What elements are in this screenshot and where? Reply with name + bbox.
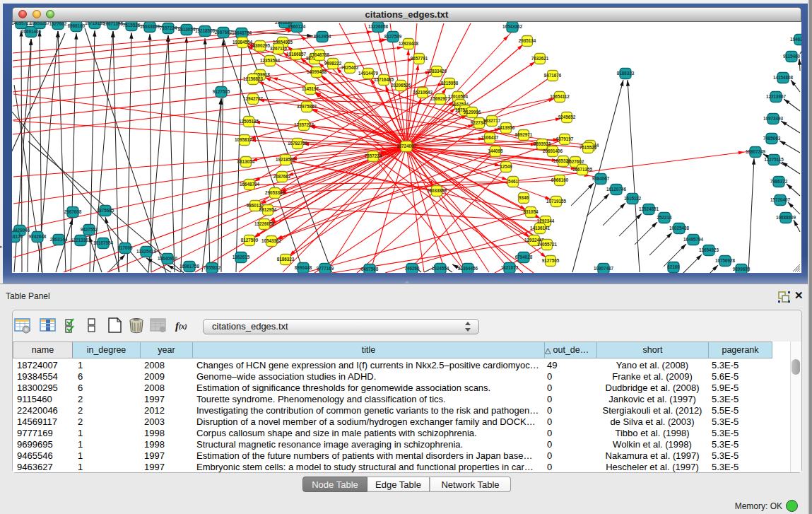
svg-text:20691406: 20691406: [543, 148, 563, 153]
svg-text:17833426: 17833426: [427, 69, 447, 74]
svg-text:1527602: 1527602: [49, 22, 67, 26]
svg-text:6379197: 6379197: [556, 136, 574, 141]
svg-text:817006: 817006: [117, 245, 133, 250]
svg-text:9332717: 9332717: [483, 118, 501, 123]
svg-text:6794028: 6794028: [515, 255, 533, 259]
svg-text:252214: 252214: [657, 215, 672, 220]
svg-text:13226058: 13226058: [368, 24, 389, 29]
svg-text:9384067: 9384067: [592, 176, 610, 181]
svg-text:8813054: 8813054: [237, 159, 255, 164]
svg-text:3875685: 3875685: [97, 208, 114, 213]
svg-text:5461: 5461: [508, 179, 519, 184]
svg-text:10756928: 10756928: [715, 258, 736, 263]
svg-text:16782759: 16782759: [288, 141, 308, 146]
svg-text:12156823: 12156823: [243, 76, 264, 81]
svg-text:21364456: 21364456: [458, 266, 478, 271]
svg-text:9127505: 9127505: [542, 258, 560, 263]
svg-text:2087662: 2087662: [273, 174, 291, 179]
svg-text:14055721: 14055721: [12, 22, 31, 25]
svg-text:12923448: 12923448: [399, 41, 419, 46]
svg-text:6966160: 6966160: [68, 23, 86, 28]
svg-text:(x): (x): [179, 322, 187, 331]
svg-text:2087662: 2087662: [215, 30, 233, 35]
svg-text:2106437: 2106437: [481, 135, 499, 140]
svg-text:1362615: 1362615: [233, 255, 250, 259]
svg-text:13325419: 13325419: [136, 249, 157, 254]
svg-text:10654112: 10654112: [550, 94, 570, 99]
svg-text:144095: 144095: [488, 148, 503, 153]
svg-text:2803144: 2803144: [50, 237, 68, 242]
svg-text:1024554: 1024554: [432, 266, 449, 271]
svg-text:16648784: 16648784: [240, 182, 260, 187]
svg-text:16210643: 16210643: [413, 90, 433, 95]
svg-text:62160: 62160: [667, 264, 680, 269]
svg-text:13524851: 13524851: [639, 206, 659, 211]
svg-text:1615112: 1615112: [624, 196, 642, 201]
svg-text:16495794: 16495794: [683, 237, 704, 242]
svg-text:6497568: 6497568: [361, 267, 379, 271]
svg-text:10719155: 10719155: [546, 199, 567, 204]
svg-text:9127505: 9127505: [213, 89, 230, 94]
svg-text:8186323: 8186323: [277, 257, 295, 262]
svg-text:3267110: 3267110: [270, 46, 288, 51]
svg-text:32975887: 32975887: [297, 104, 317, 109]
svg-text:7515526: 7515526: [123, 23, 141, 28]
svg-text:15716485: 15716485: [374, 77, 394, 82]
svg-text:10958177: 10958177: [235, 137, 255, 142]
svg-text:9346: 9346: [519, 195, 529, 200]
svg-text:20691406: 20691406: [21, 29, 42, 34]
svg-text:10543362: 10543362: [502, 24, 523, 29]
svg-text:13654923: 13654923: [699, 247, 719, 252]
svg-text:14154808: 14154808: [773, 75, 794, 80]
svg-text:1527602: 1527602: [567, 159, 584, 164]
svg-text:16120746: 16120746: [606, 187, 627, 192]
svg-text:14055721: 14055721: [537, 242, 558, 247]
svg-text:18300295: 18300295: [250, 43, 271, 48]
svg-text:8990448: 8990448: [295, 265, 312, 270]
svg-text:19166857: 19166857: [286, 52, 307, 57]
svg-text:13226058: 13226058: [254, 221, 275, 226]
svg-text:10973493: 10973493: [763, 116, 784, 121]
svg-text:9692971: 9692971: [515, 132, 533, 137]
svg-text:8893923: 8893923: [534, 141, 551, 146]
svg-text:9777169: 9777169: [317, 266, 334, 271]
svg-text:29053346: 29053346: [265, 190, 286, 195]
svg-text:9242848: 9242848: [29, 234, 47, 239]
svg-text:1145197: 1145197: [302, 86, 319, 91]
svg-text:12213363: 12213363: [71, 238, 91, 243]
svg-text:9498222: 9498222: [324, 61, 342, 66]
svg-text:16671355: 16671355: [103, 22, 124, 26]
svg-text:16671355: 16671355: [572, 167, 593, 172]
svg-text:9115460: 9115460: [783, 54, 801, 59]
svg-text:9245652: 9245652: [558, 115, 576, 119]
svg-text:16033809: 16033809: [427, 188, 447, 193]
svg-text:7955812: 7955812: [204, 265, 221, 270]
svg-text:12353594: 12353594: [260, 58, 281, 63]
svg-text:8471676: 8471676: [544, 73, 562, 78]
svg-text:7986372: 7986372: [770, 179, 788, 184]
svg-text:17046788: 17046788: [310, 52, 330, 57]
svg-text:4413956: 4413956: [498, 125, 515, 130]
svg-text:10688609: 10688609: [776, 215, 796, 220]
svg-text:10543362: 10543362: [261, 238, 282, 243]
svg-text:6966160: 6966160: [551, 177, 569, 182]
svg-text:7485063: 7485063: [763, 136, 781, 141]
svg-text:14914479: 14914479: [358, 71, 379, 76]
svg-text:12213967: 12213967: [766, 94, 787, 99]
svg-text:8127509: 8127509: [384, 34, 402, 39]
svg-text:831054: 831054: [523, 209, 539, 214]
svg-text:10107554: 10107554: [93, 240, 114, 245]
svg-text:8186323: 8186323: [617, 71, 635, 76]
svg-text:9129996: 9129996: [464, 110, 481, 115]
svg-text:14099488: 14099488: [307, 69, 327, 74]
svg-text:16648784: 16648784: [232, 30, 252, 35]
svg-text:10807487: 10807487: [594, 266, 614, 271]
svg-text:1621072: 1621072: [501, 265, 519, 270]
svg-text:10025438: 10025438: [669, 226, 690, 230]
svg-text:9899695: 9899695: [733, 267, 751, 271]
svg-text:2367608: 2367608: [64, 209, 82, 214]
svg-text:19463627: 19463627: [790, 37, 801, 42]
svg-text:8813054: 8813054: [178, 27, 196, 32]
svg-text:17010504: 17010504: [448, 94, 469, 99]
svg-text:746266: 746266: [404, 266, 420, 271]
